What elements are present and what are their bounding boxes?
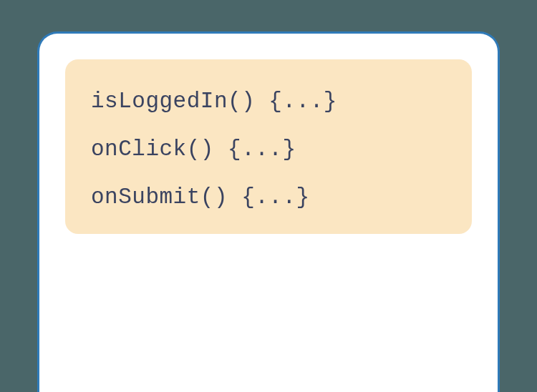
code-line: onSubmit() {...} — [91, 184, 446, 210]
code-block: isLoggedIn() {...} onClick() {...} onSub… — [65, 59, 472, 234]
code-line: onClick() {...} — [91, 136, 446, 162]
code-line: isLoggedIn() {...} — [91, 88, 446, 114]
card-container: isLoggedIn() {...} onClick() {...} onSub… — [37, 31, 500, 392]
